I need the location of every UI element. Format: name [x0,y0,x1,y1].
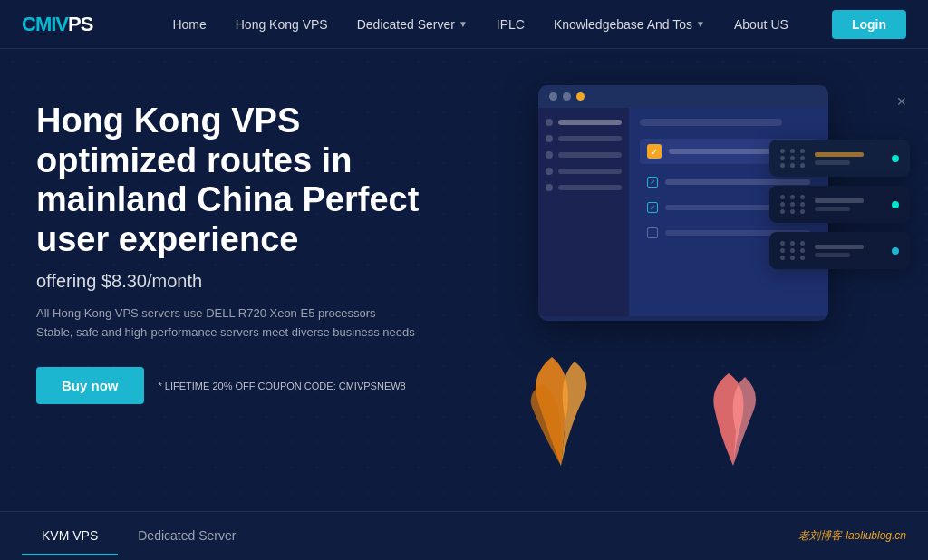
server-card-3 [769,232,910,269]
server-cards [769,140,910,269]
server-card-2 [769,186,910,223]
sidebar-row-3 [546,151,622,159]
sidebar-line-5 [558,185,622,190]
hero-description: All Hong Kong VPS servers use DELL R720 … [36,304,444,343]
navbar: CMIVPS Home Hong Kong VPS Dedicated Serv… [0,0,928,49]
server-led-3 [892,247,899,255]
sidebar-dot-5 [546,184,553,191]
server-dots-1 [780,149,807,168]
window-sidebar [538,108,629,316]
nav-about[interactable]: About US [720,17,803,32]
bottom-tabs: KVM VPS Dedicated Server 老刘博客-laoliublog… [0,511,928,560]
dedicated-dropdown-arrow: ▼ [459,19,468,29]
server-led-2 [892,201,899,208]
plant-decoration-left [520,348,602,466]
nav-knowledgebase[interactable]: Knowledgebase And Tos ▼ [539,17,720,32]
sidebar-line-1 [558,120,622,125]
dot-orange [576,92,585,101]
hero-section: Hong Kong VPS optimized routes in mainla… [0,49,928,511]
hero-price: offering $8.30/month [36,271,444,292]
tab-kvm-vps[interactable]: KVM VPS [22,517,118,555]
dot-gray [549,92,557,101]
hero-headline: Hong Kong VPS optimized routes in mainla… [36,101,444,260]
sidebar-dot-3 [546,151,553,159]
sidebar-row-5 [546,184,622,191]
coupon-info: * LIFETIME 20% OFF COUPON CODE: CMIVPSNE… [159,381,406,391]
check-icon-3 [647,202,658,213]
tab-dedicated-server[interactable]: Dedicated Server [118,517,256,555]
server-lines-2 [815,198,884,211]
check-icon-2 [647,177,658,188]
server-lines-1 [815,152,884,165]
plant-decoration-right [701,366,765,466]
sidebar-row-1 [546,119,622,126]
dot-gray2 [563,92,571,101]
hero-actions: Buy now * LIFETIME 20% OFF COUPON CODE: … [36,367,444,404]
checkbox-checked-icon: ✓ [647,144,662,159]
server-dots-3 [780,241,807,260]
sidebar-dot-2 [546,135,553,142]
hero-illustration: ✕ ✕ [493,67,910,457]
sidebar-row-4 [546,168,622,175]
nav-iplc[interactable]: IPLC [482,17,539,32]
nav-hk-vps[interactable]: Hong Kong VPS [221,17,343,32]
window-search-bar [640,119,782,126]
hero-text-block: Hong Kong VPS optimized routes in mainla… [36,92,444,404]
nav-dedicated-server[interactable]: Dedicated Server ▼ [343,17,482,32]
server-led-1 [892,155,899,162]
login-button[interactable]: Login [832,10,906,39]
server-dots-2 [780,195,807,214]
knowledgebase-dropdown-arrow: ▼ [696,19,705,29]
sidebar-dot-4 [546,168,553,175]
sidebar-row-2 [546,135,622,142]
server-lines-3 [815,245,884,257]
sidebar-dot-1 [546,119,553,126]
buy-now-button[interactable]: Buy now [36,367,144,404]
nav-links: Home Hong Kong VPS Dedicated Server ▼ IP… [129,17,832,32]
sidebar-line-4 [558,169,622,174]
sidebar-line-3 [558,152,622,158]
watermark: 老刘博客-laoliublog.cn [798,528,906,544]
sidebar-line-2 [558,136,622,141]
check-icon-4 [647,227,658,238]
nav-home[interactable]: Home [158,17,220,32]
window-header [538,85,828,108]
logo[interactable]: CMIVPS [22,13,92,36]
server-card-1 [769,140,910,177]
close-right-icon[interactable]: ✕ [896,94,907,109]
